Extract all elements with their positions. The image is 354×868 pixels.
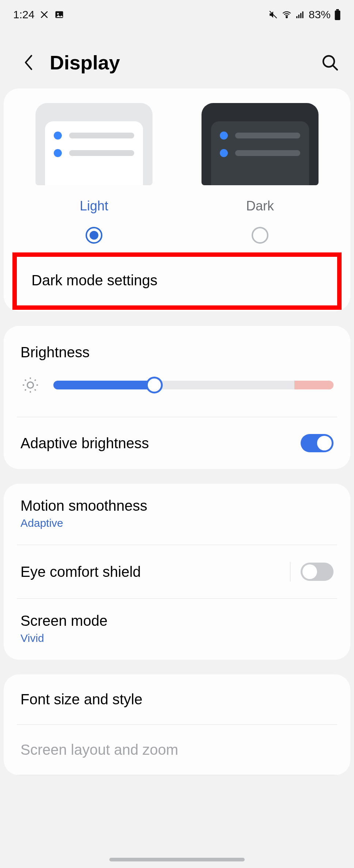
- svg-rect-9: [335, 11, 340, 20]
- dark-mode-settings-label: Dark mode settings: [31, 272, 158, 288]
- motion-smoothness-label: Motion smoothness: [20, 498, 334, 514]
- svg-rect-7: [302, 11, 303, 18]
- status-time: 1:24: [13, 8, 34, 21]
- picture-icon: [54, 9, 64, 20]
- brightness-warn-zone: [294, 381, 334, 389]
- light-theme-radio[interactable]: [86, 227, 102, 244]
- adaptive-brightness-toggle[interactable]: [301, 434, 334, 452]
- page-header: Display: [0, 29, 354, 88]
- eye-comfort-label: Eye comfort shield: [20, 564, 290, 580]
- x-app-icon: [39, 10, 49, 19]
- adaptive-brightness-row[interactable]: Adaptive brightness: [4, 417, 350, 469]
- toggle-separator: [290, 562, 290, 582]
- svg-line-18: [35, 389, 36, 391]
- screen-mode-label: Screen mode: [20, 613, 334, 629]
- screen-layout-zoom-row[interactable]: Screen layout and zoom: [4, 725, 350, 775]
- brightness-slider[interactable]: [53, 381, 334, 389]
- svg-line-20: [35, 380, 36, 381]
- brightness-thumb[interactable]: [146, 377, 163, 393]
- brightness-card: Brightness Adaptive brightness: [4, 326, 350, 469]
- svg-line-11: [333, 66, 337, 70]
- light-theme-label: Light: [80, 198, 108, 214]
- theme-option-light[interactable]: Light: [18, 103, 170, 244]
- nav-handle[interactable]: [109, 858, 245, 861]
- theme-option-dark[interactable]: Dark: [184, 103, 336, 244]
- display-options-card: Motion smoothness Adaptive Eye comfort s…: [4, 484, 350, 660]
- brightness-icon: [20, 375, 40, 395]
- status-left: 1:24: [13, 8, 64, 21]
- svg-rect-8: [336, 9, 339, 11]
- page-title: Display: [50, 51, 319, 74]
- brightness-fill: [53, 381, 154, 389]
- mute-icon: [268, 10, 278, 19]
- font-size-label: Font size and style: [20, 691, 334, 708]
- theme-card: Light Dark Dark mode settings: [4, 88, 350, 311]
- eye-comfort-toggle[interactable]: [301, 563, 334, 581]
- svg-rect-5: [298, 15, 300, 18]
- back-button[interactable]: [18, 52, 39, 73]
- battery-percent: 83%: [309, 8, 331, 21]
- svg-point-1: [57, 13, 59, 15]
- svg-line-19: [25, 389, 26, 391]
- font-card: Font size and style Screen layout and zo…: [4, 674, 350, 775]
- divider: [17, 775, 337, 775]
- signal-icon: [295, 10, 305, 19]
- light-theme-thumbnail: [35, 103, 152, 185]
- theme-row: Light Dark: [4, 88, 350, 251]
- motion-smoothness-value: Adaptive: [20, 517, 334, 529]
- brightness-slider-row: [4, 372, 350, 417]
- eye-comfort-row[interactable]: Eye comfort shield: [4, 545, 350, 598]
- status-right: 83%: [268, 8, 341, 21]
- wifi-icon: [282, 9, 292, 20]
- motion-smoothness-row[interactable]: Motion smoothness Adaptive: [4, 484, 350, 545]
- svg-point-12: [27, 382, 34, 388]
- adaptive-brightness-label: Adaptive brightness: [20, 435, 301, 452]
- dark-theme-label: Dark: [246, 198, 274, 214]
- svg-line-17: [25, 380, 26, 381]
- screen-mode-value: Vivid: [20, 632, 334, 644]
- dark-mode-settings-row[interactable]: Dark mode settings: [15, 255, 339, 308]
- screen-layout-zoom-label: Screen layout and zoom: [20, 742, 334, 758]
- brightness-title: Brightness: [4, 326, 350, 372]
- screen-mode-row[interactable]: Screen mode Vivid: [4, 599, 350, 660]
- svg-point-3: [286, 16, 287, 18]
- search-button[interactable]: [319, 52, 341, 73]
- font-size-row[interactable]: Font size and style: [4, 674, 350, 724]
- dark-theme-thumbnail: [202, 103, 319, 185]
- svg-rect-6: [300, 13, 301, 18]
- battery-icon: [334, 9, 341, 20]
- status-bar: 1:24: [0, 0, 354, 29]
- svg-rect-4: [296, 16, 297, 18]
- dark-theme-radio[interactable]: [252, 227, 268, 244]
